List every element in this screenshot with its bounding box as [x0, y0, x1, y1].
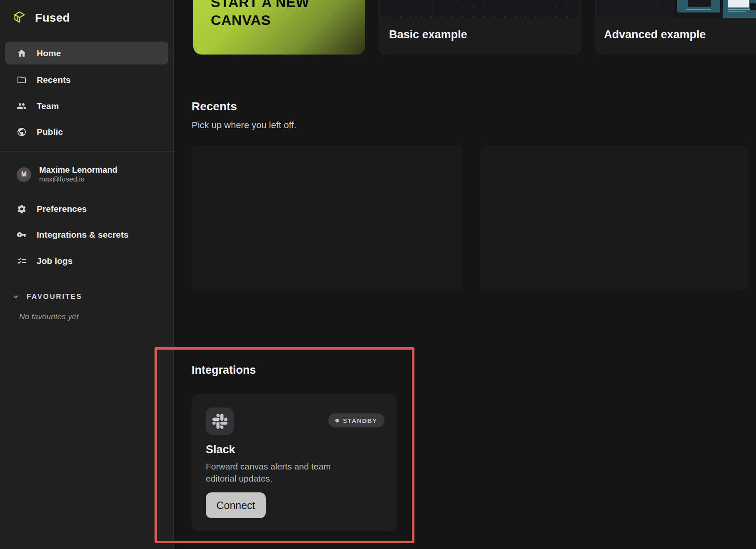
chevron-down-icon [12, 293, 19, 300]
sidebar-item-label: Home [37, 48, 61, 58]
sidebar-divider [0, 280, 174, 280]
favourites-label: FAVOURITES [27, 293, 82, 301]
slack-card-description: Forward canvas alerts and team editorial… [206, 460, 347, 484]
basic-example-card[interactable]: Basic example [378, 0, 581, 55]
start-new-canvas-card[interactable]: START A NEW CANVAS [193, 0, 365, 55]
avatar: M [17, 167, 31, 182]
sidebar-item-integrations-secrets[interactable]: Integrations & secrets [5, 223, 168, 246]
slack-integration-card: STANDBY Slack Forward canvas alerts and … [192, 394, 397, 532]
advanced-example-thumbnail [597, 0, 756, 18]
job-logs-icon [17, 256, 27, 266]
sidebar-item-label: Preferences [37, 204, 87, 214]
recents-section-title: Recents [192, 100, 237, 113]
recent-placeholder-card [192, 146, 462, 290]
slack-card-title: Slack [206, 443, 235, 456]
brand[interactable]: Fused [12, 10, 70, 26]
gear-icon [17, 204, 27, 214]
user-profile[interactable]: M Maxime Lenormand max@fused.io [5, 165, 168, 184]
home-icon [17, 48, 27, 58]
favourites-empty-message: No favourites yet [19, 312, 79, 321]
app-window: Fused Home Recents Team Public M [0, 0, 756, 549]
team-icon [17, 101, 27, 111]
sidebar-item-label: Recents [37, 75, 71, 85]
sidebar-item-label: Public [37, 127, 63, 137]
sidebar-item-recents[interactable]: Recents [5, 68, 168, 91]
sidebar-item-preferences[interactable]: Preferences [5, 197, 168, 220]
status-badge: STANDBY [328, 413, 384, 427]
sidebar-item-job-logs[interactable]: Job logs [5, 249, 168, 272]
folder-icon [17, 75, 27, 85]
sidebar: Fused Home Recents Team Public M [0, 0, 174, 549]
fused-logo-icon [12, 10, 27, 26]
connect-button[interactable]: Connect [206, 492, 266, 518]
sidebar-divider [0, 152, 174, 152]
profile-email: max@fused.io [39, 175, 117, 184]
key-icon [17, 230, 27, 240]
slack-icon [212, 414, 227, 429]
recents-section-subtitle: Pick up where you left off. [192, 120, 297, 131]
advanced-example-title: Advanced example [604, 28, 706, 41]
connect-button-label: Connect [216, 499, 255, 512]
status-dot-icon [335, 419, 339, 422]
brand-name: Fused [35, 11, 70, 25]
sidebar-item-team[interactable]: Team [5, 94, 168, 117]
advanced-example-card[interactable]: Advanced example [595, 0, 756, 55]
slack-icon-tile [206, 407, 234, 435]
basic-example-thumbnail [381, 0, 579, 18]
start-new-canvas-label: START A NEW CANVAS [211, 0, 332, 29]
basic-example-title: Basic example [389, 28, 467, 41]
sidebar-item-label: Team [37, 101, 59, 111]
sidebar-item-label: Integrations & secrets [37, 230, 129, 240]
integrations-section-title: Integrations [192, 364, 256, 377]
status-text: STANDBY [343, 417, 377, 424]
sidebar-item-public[interactable]: Public [5, 120, 168, 143]
sidebar-item-label: Job logs [37, 256, 72, 266]
sidebar-item-home[interactable]: Home [5, 42, 168, 65]
recent-placeholder-card [480, 146, 748, 290]
profile-name: Maxime Lenormand [39, 165, 117, 175]
globe-icon [17, 127, 27, 137]
favourites-header[interactable]: FAVOURITES [12, 293, 82, 301]
